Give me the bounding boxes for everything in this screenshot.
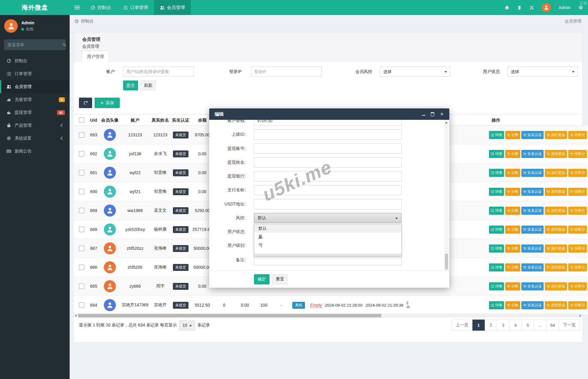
empty-link[interactable]: Empty bbox=[310, 303, 322, 308]
action-button-3[interactable]: 实名认证 bbox=[521, 226, 544, 234]
action-button-1[interactable]: 详情 bbox=[489, 301, 504, 309]
action-button-3[interactable]: 实名认证 bbox=[521, 282, 544, 290]
horizontal-scrollbar[interactable] bbox=[74, 314, 582, 318]
search-icon[interactable] bbox=[62, 43, 67, 47]
nav-item-dashboard[interactable]: 控制台 bbox=[85, 0, 117, 15]
action-button-1[interactable]: 详情 bbox=[489, 282, 504, 290]
risk-option-default[interactable]: 默认 bbox=[254, 224, 401, 233]
row-checkbox[interactable] bbox=[77, 277, 86, 296]
action-button-4[interactable]: 冻结资金 bbox=[545, 226, 567, 234]
page-prev[interactable]: 上一页 bbox=[451, 320, 472, 331]
field-input[interactable] bbox=[254, 157, 402, 168]
maximize-icon[interactable] bbox=[431, 112, 434, 116]
member-avatar[interactable] bbox=[104, 186, 116, 198]
scroll-right-icon[interactable] bbox=[580, 314, 581, 317]
checkbox[interactable] bbox=[79, 283, 84, 289]
checkbox[interactable] bbox=[79, 132, 84, 138]
row-checkbox[interactable] bbox=[77, 182, 86, 201]
sidebar-toggle-icon[interactable] bbox=[70, 0, 85, 15]
action-button-3[interactable]: 实名认证 bbox=[521, 169, 544, 177]
modal-header[interactable]: 编辑 ✕ bbox=[209, 108, 449, 120]
ip-filter-input[interactable] bbox=[251, 67, 322, 77]
member-avatar[interactable] bbox=[104, 242, 116, 254]
action-button-3[interactable]: 实名认证 bbox=[521, 150, 544, 158]
submit-button[interactable]: 提交 bbox=[123, 80, 138, 90]
checkbox[interactable] bbox=[79, 227, 84, 232]
action-button-3[interactable]: 实名认证 bbox=[521, 188, 544, 196]
account-filter-input[interactable] bbox=[123, 67, 194, 77]
risk-option-lose[interactable]: 亏 bbox=[254, 241, 401, 250]
cell-empty[interactable]: Empty bbox=[307, 296, 325, 314]
fullscreen-icon[interactable] bbox=[529, 5, 534, 10]
checkbox[interactable] bbox=[79, 151, 84, 156]
action-button-2[interactable]: 分数 bbox=[505, 301, 520, 309]
sidebar-item-deposits[interactable]: 充值管理 0 bbox=[0, 93, 70, 106]
member-avatar[interactable] bbox=[104, 129, 116, 141]
field-input[interactable] bbox=[254, 255, 402, 265]
action-button-1[interactable]: 详情 bbox=[489, 169, 504, 177]
action-button-5[interactable]: 信誉分 bbox=[568, 282, 587, 290]
action-button-1[interactable]: 详情 bbox=[489, 226, 504, 234]
member-avatar[interactable] bbox=[104, 280, 116, 292]
field-input[interactable] bbox=[254, 171, 402, 181]
action-button-4[interactable]: 冻结资金 bbox=[545, 188, 567, 196]
page-4[interactable]: 4 bbox=[509, 320, 522, 331]
action-button-2[interactable]: 分数 bbox=[505, 244, 520, 253]
sidebar-item-withdrawals[interactable]: 提现管理 45 bbox=[0, 106, 70, 119]
row-checkbox[interactable] bbox=[77, 296, 86, 314]
field-input[interactable] bbox=[254, 129, 402, 140]
reset-button[interactable]: 重置 bbox=[272, 274, 288, 284]
action-button-2[interactable]: 分数 bbox=[505, 226, 520, 234]
checkbox[interactable] bbox=[79, 189, 84, 194]
minimize-icon[interactable] bbox=[422, 113, 425, 116]
nav-item-members[interactable]: 会员管理 bbox=[154, 0, 191, 15]
checkbox[interactable] bbox=[79, 265, 84, 270]
col-header-account[interactable]: 账户 bbox=[119, 114, 151, 126]
member-avatar[interactable] bbox=[104, 299, 116, 311]
field-input[interactable] bbox=[254, 144, 402, 154]
row-checkbox[interactable] bbox=[77, 144, 86, 163]
action-button-2[interactable]: 分数 bbox=[505, 263, 520, 271]
action-button-3[interactable]: 实名认证 bbox=[521, 263, 544, 271]
row-checkbox[interactable] bbox=[77, 163, 86, 182]
action-button-1[interactable]: 详情 bbox=[489, 188, 504, 196]
sidebar-item-news[interactable]: 新闻公告 bbox=[0, 145, 70, 158]
username-label[interactable]: Admin bbox=[559, 5, 571, 10]
checkbox[interactable] bbox=[79, 208, 84, 213]
user-avatar[interactable] bbox=[542, 3, 551, 12]
row-checkbox[interactable] bbox=[77, 220, 86, 239]
confirm-button[interactable]: 确定 bbox=[254, 274, 270, 284]
action-button-1[interactable]: 详情 bbox=[489, 263, 504, 271]
action-button-5[interactable]: 信誉分 bbox=[568, 169, 587, 177]
action-button-3[interactable]: 实名认证 bbox=[521, 207, 544, 215]
action-button-2[interactable]: 分数 bbox=[505, 150, 520, 158]
action-button-5[interactable]: 信誉分 bbox=[568, 188, 587, 196]
checkbox[interactable] bbox=[79, 170, 84, 175]
action-button-4[interactable]: 冻结资金 bbox=[545, 169, 567, 177]
action-button-5[interactable]: 信誉分 bbox=[568, 131, 587, 139]
nav-item-orders[interactable]: 订单管理 bbox=[117, 0, 154, 15]
action-button-5[interactable]: 信誉分 bbox=[568, 150, 587, 158]
col-header-uid[interactable]: Uid bbox=[88, 114, 99, 126]
row-checkbox[interactable] bbox=[77, 201, 86, 220]
table-refresh-button[interactable] bbox=[79, 98, 92, 108]
field-input[interactable]: 9705.00 bbox=[254, 120, 402, 126]
status-filter-select[interactable]: 选择 bbox=[508, 67, 578, 77]
action-button-1[interactable]: 详情 bbox=[489, 207, 504, 215]
scroll-left-icon[interactable] bbox=[75, 314, 77, 317]
col-header-avatar[interactable]: 会员头像 bbox=[98, 114, 122, 126]
action-button-1[interactable]: 详情 bbox=[489, 150, 504, 158]
sidebar-item-settings[interactable]: 系统设置 bbox=[0, 132, 70, 145]
sidebar-item-dashboard[interactable]: 控制台 bbox=[0, 54, 70, 67]
tab-user-management[interactable]: 用户管理 bbox=[82, 51, 109, 62]
checkbox[interactable] bbox=[79, 246, 84, 251]
breadcrumb[interactable]: 控制台 bbox=[74, 15, 94, 28]
risk-select[interactable]: 默认 bbox=[254, 213, 402, 223]
action-button-4[interactable]: 冻结资金 bbox=[545, 131, 567, 139]
action-button-3[interactable]: 实名认证 bbox=[521, 131, 544, 139]
action-button-1[interactable]: 详情 bbox=[489, 244, 504, 253]
action-button-2[interactable]: 分数 bbox=[505, 131, 520, 139]
page-3[interactable]: 3 bbox=[497, 320, 509, 331]
action-button-2[interactable]: 分数 bbox=[505, 207, 520, 215]
member-avatar[interactable] bbox=[104, 205, 116, 217]
